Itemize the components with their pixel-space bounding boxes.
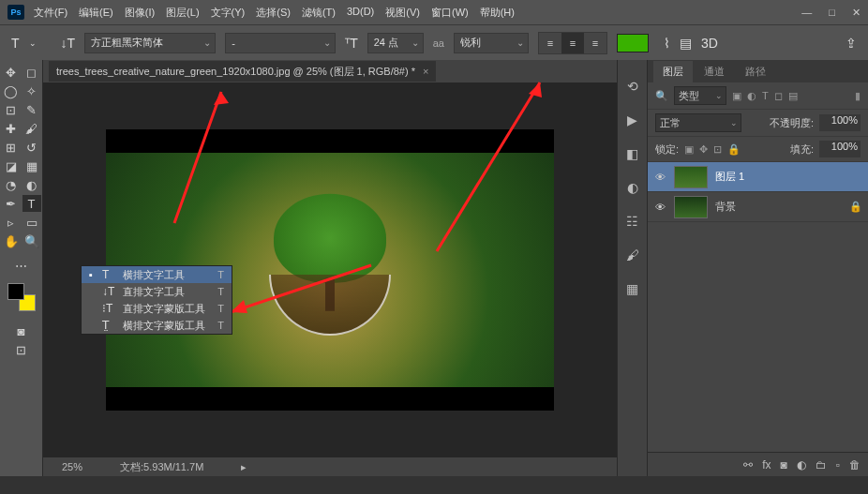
3d-text-icon[interactable]: 3D bbox=[701, 36, 718, 51]
status-chevron-icon[interactable]: ▸ bbox=[241, 461, 247, 473]
menu-help[interactable]: 帮助(H) bbox=[480, 6, 515, 20]
layer-name[interactable]: 背景 bbox=[715, 200, 736, 214]
menu-image[interactable]: 图像(I) bbox=[125, 6, 155, 20]
quick-mask-toggle[interactable]: ◙ bbox=[12, 322, 31, 339]
link-layers-icon[interactable]: ⚯ bbox=[743, 458, 753, 472]
layer-item[interactable]: 👁 背景 🔒 bbox=[648, 192, 868, 222]
visibility-toggle-icon[interactable]: 👁 bbox=[653, 202, 666, 213]
antialias-dropdown[interactable]: 锐利 bbox=[454, 33, 529, 53]
marquee-tool[interactable]: ◻ bbox=[22, 64, 41, 81]
properties-panel-icon[interactable]: ◧ bbox=[626, 146, 638, 161]
share-icon[interactable]: ⇪ bbox=[846, 36, 857, 51]
adjustment-layer-icon[interactable]: ◐ bbox=[797, 458, 806, 472]
eyedropper-tool[interactable]: ✎ bbox=[22, 101, 41, 118]
font-size-dropdown[interactable]: 24 点 bbox=[367, 33, 424, 53]
layer-mask-icon[interactable]: ◙ bbox=[780, 458, 786, 472]
filter-shape-icon[interactable]: ◻ bbox=[774, 90, 783, 102]
opacity-input[interactable]: 100% bbox=[819, 114, 861, 131]
edit-toolbar[interactable]: ⋯ bbox=[12, 257, 31, 274]
warp-text-icon[interactable]: ⌇ bbox=[664, 36, 670, 51]
foreground-color[interactable] bbox=[7, 283, 24, 300]
shape-tool[interactable]: ▭ bbox=[22, 214, 41, 231]
history-brush-tool[interactable]: ↺ bbox=[22, 139, 41, 156]
menu-layer[interactable]: 图层(L) bbox=[166, 6, 199, 20]
menu-3d[interactable]: 3D(D) bbox=[347, 6, 374, 20]
flyout-horizontal-type-mask[interactable]: T̤ 横排文字蒙版工具 T bbox=[82, 317, 232, 334]
layer-style-icon[interactable]: fx bbox=[762, 458, 771, 472]
delete-layer-icon[interactable]: 🗑 bbox=[849, 458, 861, 472]
eraser-tool[interactable]: ◪ bbox=[2, 157, 21, 174]
layer-thumbnail[interactable] bbox=[674, 196, 708, 218]
maximize-button[interactable]: □ bbox=[829, 7, 835, 19]
character-panel-icon[interactable]: ▤ bbox=[680, 36, 692, 51]
blur-tool[interactable]: ◔ bbox=[2, 176, 21, 193]
menu-edit[interactable]: 编辑(E) bbox=[79, 6, 113, 20]
chevron-down-icon[interactable]: ⌄ bbox=[29, 38, 37, 48]
menu-window[interactable]: 窗口(W) bbox=[431, 6, 469, 20]
filter-pixel-icon[interactable]: ▣ bbox=[732, 90, 741, 102]
filter-smart-icon[interactable]: ▤ bbox=[788, 90, 798, 102]
adjustments-panel-icon[interactable]: ◐ bbox=[627, 180, 638, 195]
path-select-tool[interactable]: ▹ bbox=[2, 214, 21, 231]
zoom-tool[interactable]: 🔍 bbox=[22, 232, 41, 249]
menu-select[interactable]: 选择(S) bbox=[256, 6, 291, 20]
color-swatches[interactable] bbox=[7, 283, 36, 311]
align-left-button[interactable]: ≡ bbox=[539, 33, 561, 53]
layer-thumbnail[interactable] bbox=[674, 166, 708, 188]
lock-position-icon[interactable]: ✥ bbox=[699, 143, 708, 156]
align-right-button[interactable]: ≡ bbox=[584, 33, 606, 53]
font-family-dropdown[interactable]: 方正粗黑宋简体 bbox=[84, 33, 216, 53]
menu-type[interactable]: 文字(Y) bbox=[211, 6, 246, 20]
zoom-level[interactable]: 25% bbox=[62, 461, 82, 472]
filter-toggle-icon[interactable]: ▮ bbox=[855, 90, 861, 102]
libraries-panel-icon[interactable]: ☷ bbox=[626, 214, 638, 229]
move-tool[interactable]: ✥ bbox=[2, 64, 21, 81]
crop-tool[interactable]: ⊡ bbox=[2, 101, 21, 118]
gradient-tool[interactable]: ▦ bbox=[22, 157, 41, 174]
visibility-toggle-icon[interactable]: 👁 bbox=[653, 172, 666, 183]
text-orientation-icon[interactable]: ↓T bbox=[61, 36, 76, 51]
align-center-button[interactable]: ≡ bbox=[561, 33, 584, 53]
filter-adjustment-icon[interactable]: ◐ bbox=[747, 90, 756, 102]
stamp-tool[interactable]: ⊞ bbox=[2, 139, 21, 156]
pen-tool[interactable]: ✒ bbox=[2, 195, 21, 212]
healing-tool[interactable]: ✚ bbox=[2, 120, 21, 137]
tab-paths[interactable]: 路径 bbox=[736, 61, 775, 82]
actions-panel-icon[interactable]: ▶ bbox=[627, 112, 637, 127]
screen-mode-toggle[interactable]: ⊡ bbox=[12, 341, 31, 358]
type-tool[interactable]: T bbox=[22, 195, 41, 212]
menu-filter[interactable]: 滤镜(T) bbox=[302, 6, 336, 20]
magic-wand-tool[interactable]: ✧ bbox=[22, 82, 41, 99]
flyout-vertical-type-mask[interactable]: ⁝T 直排文字蒙版工具 T bbox=[82, 300, 232, 317]
dodge-tool[interactable]: ◐ bbox=[22, 176, 41, 193]
brushes-panel-icon[interactable]: 🖌 bbox=[626, 247, 639, 262]
menu-file[interactable]: 文件(F) bbox=[34, 6, 67, 20]
hand-tool[interactable]: ✋ bbox=[2, 232, 21, 249]
font-style-dropdown[interactable]: - bbox=[225, 33, 336, 53]
search-icon[interactable]: 🔍 bbox=[655, 90, 668, 102]
layer-group-icon[interactable]: 🗀 bbox=[816, 458, 827, 472]
tab-layers[interactable]: 图层 bbox=[653, 61, 693, 82]
fill-input[interactable]: 100% bbox=[819, 141, 861, 157]
flyout-vertical-type[interactable]: ↓T 直排文字工具 T bbox=[82, 283, 232, 300]
flyout-horizontal-type[interactable]: ▪ T 横排文字工具 T bbox=[82, 266, 232, 283]
close-button[interactable]: ✕ bbox=[852, 7, 861, 19]
layer-item[interactable]: 👁 图层 1 bbox=[648, 162, 868, 192]
history-panel-icon[interactable]: ⟲ bbox=[627, 79, 638, 94]
tab-close-icon[interactable]: × bbox=[423, 66, 428, 77]
layer-name[interactable]: 图层 1 bbox=[715, 170, 744, 184]
filter-type-icon[interactable]: T bbox=[762, 90, 769, 102]
lasso-tool[interactable]: ◯ bbox=[2, 82, 21, 99]
minimize-button[interactable]: — bbox=[801, 7, 812, 19]
menu-view[interactable]: 视图(V) bbox=[385, 6, 420, 20]
text-color-swatch[interactable] bbox=[617, 34, 649, 52]
brush-tool[interactable]: 🖌 bbox=[22, 120, 41, 137]
lock-pixels-icon[interactable]: ▣ bbox=[684, 143, 694, 156]
filter-type-dropdown[interactable]: 类型 bbox=[674, 86, 726, 105]
document-tab[interactable]: trees_trees_creative_nature_green_1920x1… bbox=[49, 61, 436, 82]
swatches-panel-icon[interactable]: ▦ bbox=[626, 281, 638, 296]
blend-mode-dropdown[interactable]: 正常 bbox=[655, 113, 741, 132]
lock-all-icon[interactable]: 🔒 bbox=[727, 143, 741, 156]
lock-artboard-icon[interactable]: ⊡ bbox=[713, 143, 722, 156]
tab-channels[interactable]: 通道 bbox=[695, 61, 734, 82]
